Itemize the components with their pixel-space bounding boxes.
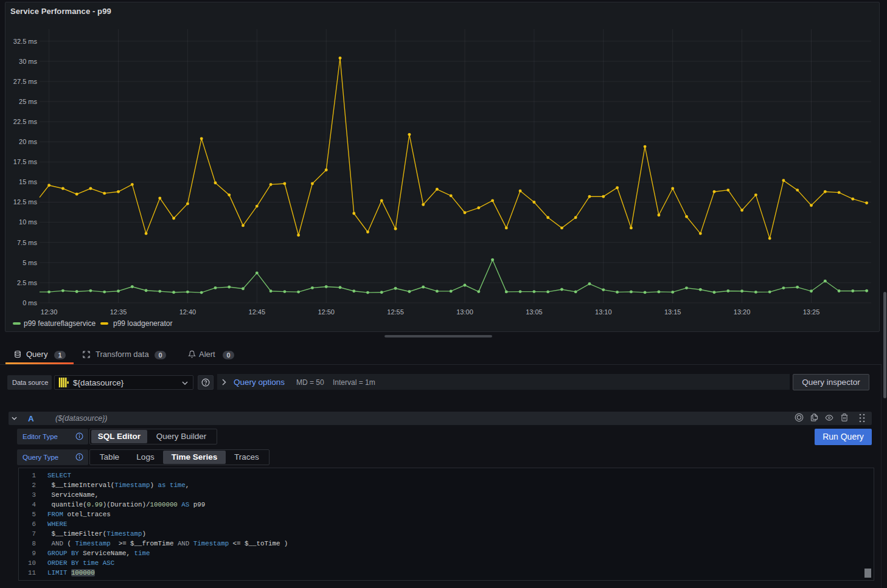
svg-text:15 ms: 15 ms (19, 178, 37, 185)
svg-text:13:00: 13:00 (456, 308, 473, 316)
svg-text:13:10: 13:10 (595, 308, 612, 316)
svg-text:5 ms: 5 ms (23, 259, 37, 266)
svg-text:7.5 ms: 7.5 ms (17, 239, 38, 246)
svg-text:12:45: 12:45 (249, 308, 266, 316)
svg-text:2.5 ms: 2.5 ms (17, 279, 38, 286)
svg-text:13:20: 13:20 (734, 308, 751, 316)
svg-text:30 ms: 30 ms (19, 58, 37, 65)
svg-text:27.5 ms: 27.5 ms (13, 78, 38, 85)
svg-text:20 ms: 20 ms (19, 138, 37, 145)
svg-text:12:55: 12:55 (387, 308, 404, 316)
svg-text:12:30: 12:30 (41, 308, 58, 316)
svg-text:22.5 ms: 22.5 ms (13, 118, 38, 125)
svg-text:13:15: 13:15 (664, 308, 681, 316)
svg-text:13:05: 13:05 (526, 308, 543, 316)
svg-text:25 ms: 25 ms (19, 98, 37, 105)
svg-text:12.5 ms: 12.5 ms (13, 198, 38, 206)
svg-text:17.5 ms: 17.5 ms (13, 158, 38, 165)
svg-text:12:40: 12:40 (179, 308, 197, 316)
svg-text:0 ms: 0 ms (23, 299, 37, 306)
svg-text:12:50: 12:50 (318, 308, 335, 316)
svg-text:10 ms: 10 ms (19, 218, 37, 226)
svg-text:12:35: 12:35 (110, 308, 127, 316)
svg-text:32.5 ms: 32.5 ms (13, 38, 38, 45)
svg-text:13:25: 13:25 (803, 308, 820, 316)
